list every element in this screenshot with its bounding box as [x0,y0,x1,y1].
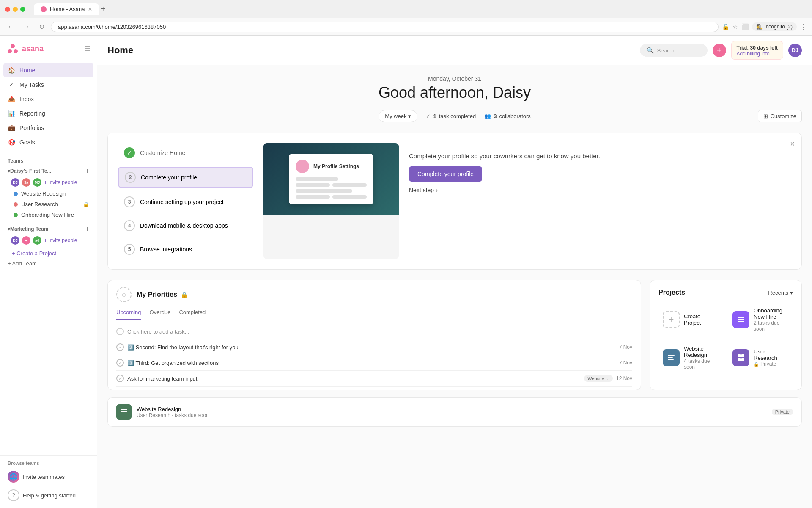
onboarding-project-card[interactable]: Onboarding New Hire 2 tasks due soon [728,303,793,336]
sidebar-item-portfolios[interactable]: 💼 Portfolios [3,121,93,135]
website-project-icon [663,349,680,366]
task-check-1[interactable]: ✓ [116,343,124,351]
search-box[interactable]: 🔍 Search [640,44,708,57]
task-check-2[interactable]: ✓ [116,359,124,367]
user-research-dot [14,202,18,207]
task-check-3[interactable]: ✓ [116,375,124,382]
tab-completed[interactable]: Completed [179,306,206,320]
week-filter-button[interactable]: My week ▾ [379,110,417,122]
recents-button[interactable]: Recents ▾ [768,290,793,296]
tab-upcoming[interactable]: Upcoming [116,306,141,320]
private-lock-icon: 🔒 [754,362,759,367]
tab-overdue[interactable]: Overdue [150,306,171,320]
asana-logo[interactable]: asana [7,43,44,55]
user-research-project-title: User Research [754,348,789,361]
tab-close-button[interactable]: ✕ [88,6,92,12]
next-step-label: Next step [409,187,434,193]
teams-section-header[interactable]: Teams [3,156,93,166]
grid-icon [737,353,745,362]
goals-icon: 🎯 [8,138,15,146]
user-avatar[interactable]: DJ [788,44,802,57]
sidebar-toggle-button[interactable]: ☰ [84,45,90,53]
svg-rect-9 [738,354,741,357]
list-icon [737,315,745,324]
browser-chrome: Home - Asana ✕ + ← → ↻ app.asana.com/0/h… [0,0,812,36]
customize-button[interactable]: ⊞ Customize [758,110,802,122]
maximize-window-button[interactable] [20,7,25,12]
incognito-icon: 🕵 [756,24,763,30]
next-step-link[interactable]: Next step › [409,187,791,193]
team1-add-button[interactable]: + [85,167,89,175]
svg-rect-10 [741,354,744,357]
step3-label: Continue setting up your project [140,199,224,205]
setup-step-1[interactable]: ✓ Customize Home [118,143,253,163]
asana-logo-icon [7,43,19,55]
priorities-header: ○ My Priorities 🔒 [108,280,641,302]
create-project-icon: + [663,311,680,328]
help-button[interactable]: ? Help & getting started [3,486,93,505]
setup-content: ✓ Customize Home 2 Complete your profile… [118,143,791,259]
bookmark-icon[interactable]: ☆ [732,23,738,30]
task-count: 1 [433,113,436,119]
task-row-3[interactable]: ✓ Ask for marketing team input Website .… [116,371,632,387]
create-project-card[interactable]: + Create Project [658,303,723,336]
website-redesign-card[interactable]: Website Redesign 4 tasks due soon [658,341,723,374]
recents-label: Recents [768,290,788,296]
sidebar-item-inbox[interactable]: 📥 Inbox [3,92,93,106]
reporting-icon: 📊 [8,110,15,117]
add-task-row[interactable]: Click here to add a task... [116,323,632,340]
close-window-button[interactable] [5,7,10,12]
billing-link[interactable]: Add billing info [737,51,778,57]
customize-label: Customize [771,113,796,119]
setup-close-button[interactable]: × [790,140,795,149]
address-bar[interactable]: app.asana.com/0/home/1203269616387050 [51,22,719,32]
setup-step-4[interactable]: 4 Download mobile & desktop apps [118,216,253,235]
sidebar-project-onboarding[interactable]: Onboarding New Hire [3,210,93,220]
setup-step-5[interactable]: 5 Browse integrations [118,240,253,259]
setup-step-3[interactable]: 3 Continue setting up your project [118,192,253,212]
complete-profile-button[interactable]: Complete your profile [409,166,482,182]
invite-teammates-button[interactable]: 🌐 Invite teammates [3,467,93,486]
step4-label: Download mobile & desktop apps [140,222,228,229]
team1-header[interactable]: ▾ Daisy's First Te... + [3,166,93,177]
sidebar-project-user-research[interactable]: User Research 🔒 [3,199,93,210]
collaborators-stat[interactable]: 👥 3 collaborators [484,113,531,119]
browser-menu-button[interactable]: ⋮ [800,23,807,31]
task-row-2[interactable]: ✓ 3️⃣ Third: Get organized with sections… [116,355,632,371]
scroll-sub: User Research · tasks due soon [137,412,767,418]
incognito-label: Incognito (2) [764,24,793,30]
refresh-button[interactable]: ↻ [36,21,47,33]
team2-avatar-dj: DJ [11,236,19,245]
minimize-window-button[interactable] [13,7,18,12]
sidebar-item-reporting[interactable]: 📊 Reporting [3,106,93,121]
sidebar-item-goals[interactable]: 🎯 Goals [3,135,93,149]
scroll-bottom-row[interactable]: Website Redesign User Research · tasks d… [116,404,793,420]
task-row-1[interactable]: ✓ 2️⃣ Second: Find the layout that's rig… [116,340,632,355]
team2-invite-button[interactable]: + Invite people [44,237,77,243]
profile-icon[interactable]: ⬜ [741,23,749,30]
forward-button[interactable]: → [20,21,32,33]
sidebar-item-my-tasks[interactable]: ✓ My Tasks [3,77,93,92]
setup-info-text: Complete your profile so your coworkers … [409,152,791,161]
add-button[interactable]: + [713,44,726,57]
active-tab[interactable]: Home - Asana ✕ [34,3,99,15]
preview-avatar-row: My Profile Settings [296,160,367,173]
app: asana ☰ 🏠 Home ✓ My Tasks 📥 Inbox 📊 Repo… [0,36,812,508]
team2-add-button[interactable]: + [85,225,89,233]
sidebar-item-home[interactable]: 🏠 Home [3,63,93,77]
setup-step-2[interactable]: 2 Complete your profile [118,167,253,188]
private-label: Private [760,361,776,367]
user-research-sub: 🔒 Private [754,361,789,367]
new-tab-button[interactable]: + [101,5,105,14]
help-label: Help & getting started [23,492,76,499]
priorities-title: My Priorities [137,291,177,298]
sidebar-project-website-redesign[interactable]: Website Redesign [3,188,93,199]
add-team-button[interactable]: + Add Team [8,260,37,267]
invite-people-button[interactable]: + Invite people [44,179,77,185]
task-completed-stat[interactable]: ✓ 1 task completed [426,113,476,119]
create-project-button[interactable]: + Create a Project [8,248,60,258]
extension-icon[interactable]: 🔒 [722,23,729,30]
team2-header[interactable]: ▾ Marketing Team + [3,224,93,235]
user-research-card[interactable]: User Research 🔒 Private [728,341,793,374]
back-button[interactable]: ← [5,21,17,33]
